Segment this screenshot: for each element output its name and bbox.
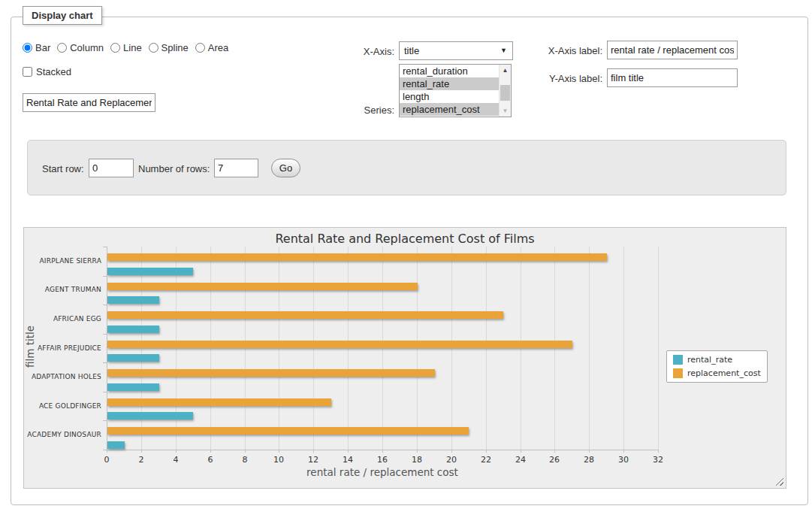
x-tick-label: 12 [302, 455, 324, 465]
x-tick-label: 30 [612, 455, 635, 465]
chart-type-radio-column[interactable] [57, 43, 67, 53]
scrollbar-thumb[interactable] [500, 85, 510, 101]
bar-rental_rate-2[interactable] [107, 326, 159, 333]
chart-title-input[interactable] [23, 93, 155, 112]
listbox-scrollbar[interactable]: ▲ ▼ [499, 65, 511, 117]
bar-rental_rate-0[interactable] [107, 268, 193, 275]
series-option-replacement_cost[interactable]: replacement_cost [400, 103, 499, 116]
page: Display chart BarColumnLineSplineArea St… [0, 0, 812, 512]
resize-grip-icon[interactable] [775, 477, 783, 486]
x-tick [623, 450, 624, 453]
y-tick [103, 392, 107, 392]
x-tick [658, 450, 659, 453]
chart-type-radio-line[interactable] [110, 43, 120, 53]
bar-replacement_cost-6[interactable] [107, 427, 469, 435]
category-label: AIRPLANE SIERRA [23, 257, 101, 265]
stacked-label: Stacked [36, 66, 71, 77]
legend-item-replacement_cost[interactable]: replacement_cost [673, 368, 761, 378]
x-tick [521, 450, 521, 453]
gridline [417, 247, 418, 450]
x-tick-label: 24 [509, 455, 532, 465]
chart-panel: Rental Rate and Replacement Cost of Film… [23, 227, 786, 489]
chart-type-bar[interactable]: Bar [23, 42, 50, 53]
category-label: ACE GOLDFINGER [23, 402, 101, 410]
x-tick [417, 450, 418, 453]
x-tick [451, 450, 452, 453]
bar-replacement_cost-1[interactable] [107, 283, 418, 290]
scroll-down-icon[interactable]: ▼ [500, 105, 511, 117]
series-option-length[interactable]: length [400, 90, 499, 103]
radio-label: Area [208, 42, 228, 53]
go-button[interactable]: Go [271, 159, 300, 177]
chart-type-radio-group: BarColumnLineSplineArea [23, 42, 235, 53]
bar-replacement_cost-0[interactable] [107, 253, 607, 261]
category-label: AGENT TRUMAN [23, 286, 101, 293]
x-tick [279, 450, 279, 453]
x-tick-label: 8 [234, 455, 256, 465]
num-rows-input[interactable] [214, 159, 258, 177]
x-tick [589, 450, 590, 453]
x-axis-label-input[interactable] [607, 41, 738, 59]
series-option-rental_duration[interactable]: rental_duration [400, 65, 499, 77]
chart-type-column[interactable]: Column [57, 42, 104, 53]
gridline [210, 247, 211, 450]
x-tick-label: 16 [371, 455, 394, 465]
x-tick [486, 450, 487, 453]
stacked-checkbox-row[interactable]: Stacked [23, 66, 71, 77]
chart-type-radio-area[interactable] [195, 43, 205, 53]
x-axis-select[interactable]: title ▼ [399, 41, 513, 60]
legend-label: replacement_cost [687, 368, 761, 378]
y-tick [103, 450, 107, 450]
chart-title: Rental Rate and Replacement Cost of Film… [24, 232, 786, 246]
gridline [589, 247, 590, 450]
num-rows-label: Number of rows: [138, 163, 210, 174]
start-row-input[interactable] [89, 159, 134, 177]
x-axis-select-value: title [404, 45, 419, 56]
category-label: AFFAIR PREJUDICE [23, 344, 101, 352]
x-tick [176, 450, 177, 453]
bar-replacement_cost-4[interactable] [107, 369, 435, 377]
radio-label: Bar [35, 42, 50, 53]
chart-legend: rental_ratereplacement_cost [666, 350, 768, 383]
bar-rental_rate-5[interactable] [107, 412, 193, 420]
chart-type-radio-bar[interactable] [23, 43, 32, 53]
legend-item-rental_rate[interactable]: rental_rate [673, 355, 761, 365]
y-tick [103, 420, 107, 421]
legend-label: rental_rate [687, 355, 732, 365]
bar-rental_rate-3[interactable] [107, 354, 159, 362]
x-tick-label: 22 [475, 455, 497, 465]
chevron-down-icon: ▼ [500, 42, 507, 59]
gridline [245, 247, 246, 450]
stacked-checkbox[interactable] [23, 67, 32, 77]
x-tick-label: 0 [95, 455, 118, 465]
bar-replacement_cost-2[interactable] [107, 311, 503, 319]
gridline [348, 247, 349, 450]
bar-rental_rate-6[interactable] [107, 441, 125, 449]
x-tick [313, 450, 314, 453]
radio-label: Column [70, 42, 104, 53]
series-option-rental_rate[interactable]: rental_rate [400, 77, 499, 90]
x-axis-select-label: X-Axis: [342, 46, 394, 57]
category-label: ADAPTATION HOLES [23, 373, 101, 380]
chart-x-axis-title: rental rate / replacement cost [107, 466, 658, 478]
fieldset-legend: Display chart [23, 6, 102, 25]
bar-replacement_cost-3[interactable] [107, 341, 572, 348]
series-listbox[interactable]: rental_durationrental_ratelengthreplacem… [399, 64, 512, 117]
scroll-up-icon[interactable]: ▲ [500, 65, 511, 76]
x-tick [245, 450, 246, 453]
chart-type-line[interactable]: Line [110, 42, 142, 53]
category-label: ACADEMY DINOSAUR [23, 431, 101, 438]
x-tick-label: 2 [130, 455, 152, 465]
x-tick [348, 450, 349, 453]
y-tick [103, 247, 107, 247]
chart-type-radio-spline[interactable] [149, 43, 158, 53]
gridline [382, 247, 383, 450]
chart-type-area[interactable]: Area [195, 42, 228, 53]
gridline [313, 247, 314, 450]
y-axis-label-input[interactable] [607, 68, 738, 87]
bar-replacement_cost-5[interactable] [107, 398, 331, 406]
bar-rental_rate-1[interactable] [107, 296, 159, 304]
bar-rental_rate-4[interactable] [107, 383, 159, 391]
x-tick-label: 10 [267, 455, 290, 465]
chart-type-spline[interactable]: Spline [149, 42, 189, 53]
